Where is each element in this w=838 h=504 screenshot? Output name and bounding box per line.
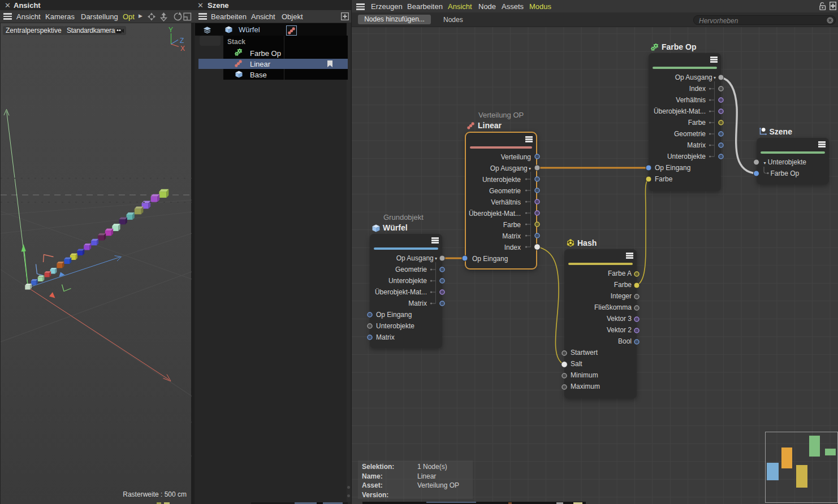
svg-text:Y: Y xyxy=(169,26,173,34)
svg-text:X: X xyxy=(180,45,185,53)
svg-text:Z: Z xyxy=(180,37,184,45)
